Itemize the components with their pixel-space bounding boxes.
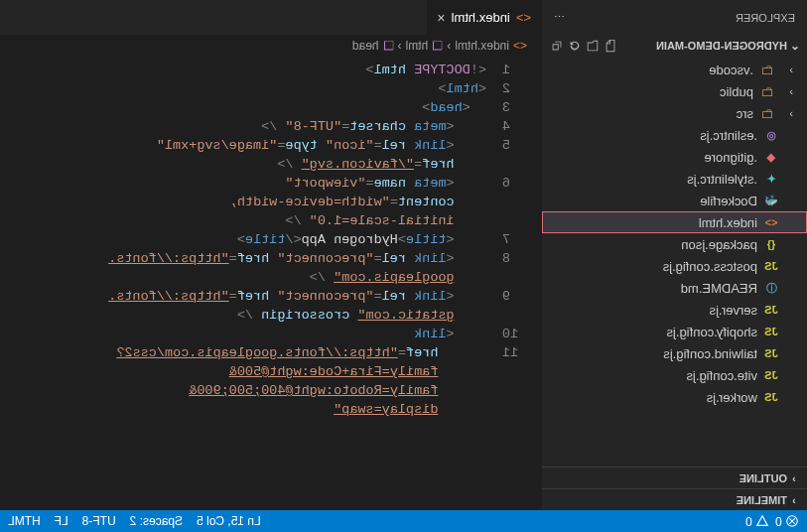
breadcrumb-file: index.html xyxy=(455,39,509,53)
item-label: .vscode xyxy=(709,63,753,77)
file-item[interactable]: {}package.json xyxy=(542,233,807,255)
file-item[interactable]: JStailwind.config.js xyxy=(542,342,807,364)
file-item[interactable]: JSserver.js xyxy=(542,299,807,321)
file-item[interactable]: ⓘREADME.md xyxy=(542,277,807,299)
html-file-icon: <> xyxy=(516,10,531,25)
item-label: Dockerfile xyxy=(700,194,757,208)
chevron-right-icon: › xyxy=(781,64,793,75)
file-icon: 🐳 xyxy=(763,195,779,207)
file-icon: JS xyxy=(763,304,779,316)
file-icon: ◆ xyxy=(763,151,779,164)
item-label: .stylelintrc.js xyxy=(687,172,757,187)
chevron-right-icon: › xyxy=(787,494,801,506)
cursor-position[interactable]: Ln 15, Col 5 xyxy=(197,514,261,528)
status-bar: 0 0 Ln 15, Col 5 Spaces: 2 UTF-8 LF HTML xyxy=(0,510,807,532)
tab-label: index.html xyxy=(452,10,510,25)
close-icon[interactable]: × xyxy=(437,10,445,26)
code-editor[interactable]: 1234567891011 <!DOCTYPE html><html> <hea… xyxy=(0,57,541,510)
chevron-down-icon: ⌄ xyxy=(787,39,803,53)
item-label: README.md xyxy=(681,281,757,296)
folder-item[interactable]: ›🗀public xyxy=(542,80,807,102)
html-file-icon: <> xyxy=(513,39,527,53)
file-icon: JS xyxy=(763,260,779,272)
file-item[interactable]: ✦.stylelintrc.js xyxy=(542,168,807,190)
file-icon: JS xyxy=(763,347,779,359)
error-count[interactable]: 0 xyxy=(775,514,799,529)
chevron-right-icon: › xyxy=(781,107,793,119)
item-label: server.js xyxy=(710,303,757,318)
item-label: postcss.config.js xyxy=(663,259,757,274)
refresh-icon[interactable] xyxy=(568,39,582,53)
cube-icon: ❑ xyxy=(383,39,394,53)
file-item[interactable]: <>index.html xyxy=(542,211,807,233)
item-label: worker.js xyxy=(707,390,757,405)
file-item[interactable]: JSworker.js xyxy=(542,386,807,408)
project-name: HYDROGEN-DEMO-MAIN xyxy=(617,40,787,52)
item-label: vite.config.js xyxy=(686,368,757,383)
section-outline[interactable]: ›OUTLINE xyxy=(542,466,807,488)
folder-item[interactable]: ›🗀.vscode xyxy=(542,59,807,80)
editor-area: <> index.html × <> index.html › ❑ html ›… xyxy=(0,0,541,510)
folder-icon: 🗀 xyxy=(759,84,775,99)
file-item[interactable]: ◆.gitignore xyxy=(542,146,807,168)
project-root-row[interactable]: ⌄ HYDROGEN-DEMO-MAIN xyxy=(542,35,807,57)
file-item[interactable]: JSpostcss.config.js xyxy=(542,255,807,277)
more-icon[interactable]: ⋯ xyxy=(554,11,565,24)
language-mode[interactable]: HTML xyxy=(8,514,41,528)
section-label: TIMELINE xyxy=(737,494,787,506)
explorer-title: EXPLORER xyxy=(565,12,795,24)
file-item[interactable]: JSshopify.config.js xyxy=(542,321,807,342)
warning-count[interactable]: 0 xyxy=(745,514,769,529)
file-icon: JS xyxy=(763,326,779,337)
new-folder-icon[interactable] xyxy=(586,39,600,53)
file-icon: <> xyxy=(763,216,779,228)
explorer-sidebar: EXPLORER ⋯ ⌄ HYDROGEN-DEMO-MAIN › xyxy=(541,0,807,510)
section-timeline[interactable]: ›TIMELINE xyxy=(542,488,807,510)
item-label: .gitignore xyxy=(705,150,757,165)
collapse-all-icon[interactable] xyxy=(550,39,564,53)
file-icon: JS xyxy=(763,369,779,381)
tab-index-html[interactable]: <> index.html × xyxy=(426,0,541,35)
folder-icon: 🗀 xyxy=(759,106,775,121)
indent-setting[interactable]: Spaces: 2 xyxy=(130,514,183,528)
file-item[interactable]: ◎.eslintrc.js xyxy=(542,124,807,146)
breadcrumb[interactable]: <> index.html › ❑ html › ❑ head xyxy=(0,35,541,57)
item-label: package.json xyxy=(681,237,757,252)
cube-icon: ❑ xyxy=(432,39,443,53)
folder-icon: 🗀 xyxy=(759,63,775,77)
breadcrumb-node: head xyxy=(352,39,379,53)
file-icon: JS xyxy=(763,391,779,403)
editor-tabs: <> index.html × xyxy=(0,0,541,35)
item-label: src xyxy=(737,106,753,121)
encoding[interactable]: UTF-8 xyxy=(82,514,116,528)
item-label: tailwind.config.js xyxy=(663,346,757,361)
item-label: shopify.config.js xyxy=(666,325,757,339)
code-lines: <!DOCTYPE html><html> <head> <meta chars… xyxy=(0,57,486,510)
file-item[interactable]: 🐳Dockerfile xyxy=(542,190,807,211)
file-tree: ›🗀.vscode›🗀public›🗀src◎.eslintrc.js◆.git… xyxy=(542,57,807,466)
file-icon: ◎ xyxy=(763,129,779,142)
new-file-icon[interactable] xyxy=(604,39,617,53)
file-icon: {} xyxy=(763,238,779,250)
file-icon: ✦ xyxy=(763,173,779,186)
file-item[interactable]: JSvite.config.js xyxy=(542,364,807,386)
folder-item[interactable]: ›🗀src xyxy=(542,102,807,124)
item-label: .eslintrc.js xyxy=(700,128,757,143)
breadcrumb-node: html xyxy=(406,39,429,53)
item-label: index.html xyxy=(699,215,757,230)
section-label: OUTLINE xyxy=(740,472,787,484)
line-gutter: 1234567891011 xyxy=(486,57,541,510)
file-icon: ⓘ xyxy=(763,281,779,296)
sidebar-header: EXPLORER ⋯ xyxy=(542,0,807,35)
chevron-right-icon: › xyxy=(787,472,801,484)
eol[interactable]: LF xyxy=(55,514,68,528)
chevron-right-icon: › xyxy=(781,85,793,97)
item-label: public xyxy=(720,84,753,99)
